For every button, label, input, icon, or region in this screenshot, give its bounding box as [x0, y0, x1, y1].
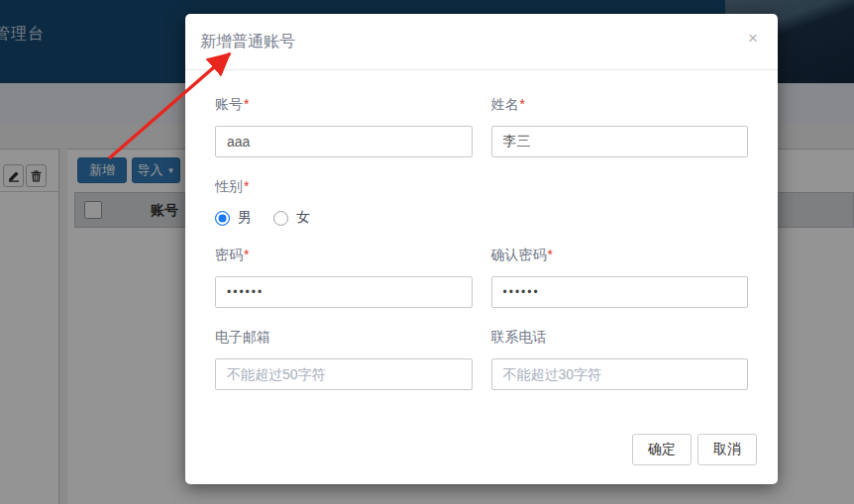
phone-label-text: 联系电话 [491, 329, 547, 345]
gender-label: 性别* [215, 178, 748, 196]
account-label-text: 账号 [215, 96, 243, 112]
close-icon[interactable]: × [748, 30, 758, 47]
phone-input[interactable] [491, 358, 749, 390]
gender-radio-group: 男 女 [215, 209, 748, 227]
confirm-password-input[interactable] [491, 276, 749, 308]
name-label: 姓名* [491, 96, 749, 114]
gender-option-female[interactable]: 女 [273, 209, 310, 227]
screen: 管理台 新增 导入 ▼ 一 账号 [0, 0, 854, 504]
email-label: 电子邮箱 [215, 329, 473, 347]
required-mark: * [244, 96, 249, 112]
password-label-text: 密码 [215, 247, 243, 262]
password-label: 密码* [215, 247, 473, 264]
male-radio-label: 男 [238, 209, 252, 227]
required-mark: * [244, 178, 249, 194]
phone-label: 联系电话 [491, 329, 749, 347]
password-input[interactable] [215, 276, 473, 308]
account-label: 账号* [215, 96, 473, 114]
confirm-password-label: 确认密码* [491, 247, 749, 264]
ok-button[interactable]: 确定 [632, 434, 692, 465]
cancel-button[interactable]: 取消 [697, 434, 757, 465]
name-label-text: 姓名 [491, 96, 519, 112]
confirm-password-label-text: 确认密码 [491, 247, 547, 262]
add-account-dialog: 新增普通账号 × 账号* 姓名* 性别* 男 [185, 14, 778, 484]
dialog-body: 账号* 姓名* 性别* 男 女 [185, 70, 778, 390]
email-input[interactable] [215, 358, 473, 390]
required-mark: * [548, 247, 553, 262]
dialog-footer: 确定 取消 [632, 434, 757, 465]
account-input[interactable] [215, 126, 473, 157]
gender-option-male[interactable]: 男 [215, 209, 252, 227]
gender-label-text: 性别 [215, 178, 243, 194]
dialog-header: 新增普通账号 × [185, 14, 778, 70]
male-radio[interactable] [215, 211, 230, 226]
required-mark: * [520, 96, 525, 112]
email-label-text: 电子邮箱 [215, 329, 270, 345]
name-input[interactable] [491, 126, 749, 157]
dialog-title: 新增普通账号 [200, 32, 295, 52]
required-mark: * [244, 247, 249, 262]
female-radio-label: 女 [296, 209, 310, 227]
female-radio[interactable] [273, 211, 288, 226]
